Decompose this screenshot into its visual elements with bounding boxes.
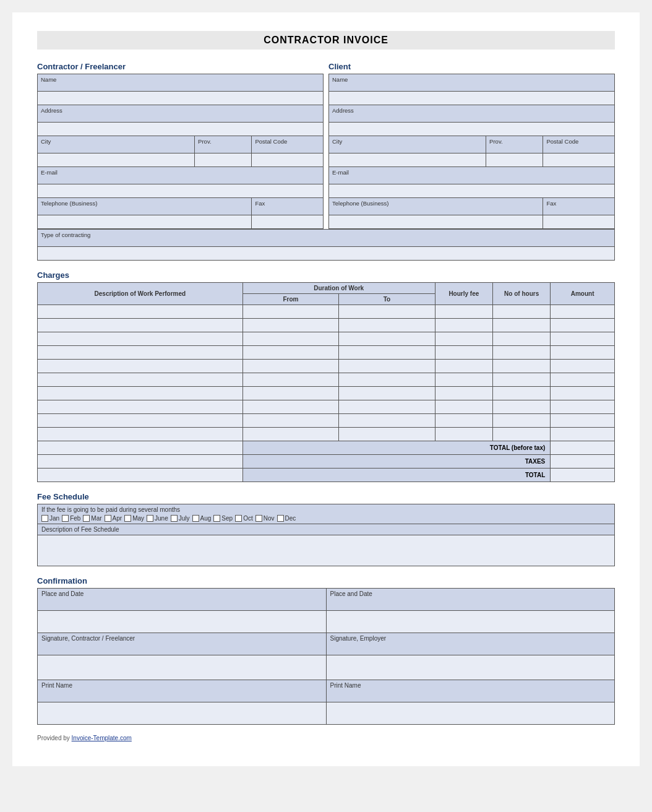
charges-amount-cell[interactable] (551, 373, 615, 387)
charges-hours-cell[interactable] (493, 400, 551, 414)
confirm-sig-employer-value[interactable] (326, 655, 615, 680)
month-checkbox[interactable] (62, 515, 69, 522)
charges-hourly-cell[interactable] (435, 428, 492, 441)
charges-from-cell[interactable] (242, 332, 338, 346)
charges-to-cell[interactable] (339, 346, 435, 360)
confirm-print-left-value[interactable] (38, 702, 327, 725)
taxes-value[interactable] (551, 455, 615, 469)
month-checkbox[interactable] (213, 515, 220, 522)
charges-hours-cell[interactable] (493, 360, 551, 373)
charges-amount-cell[interactable] (551, 414, 615, 428)
contractor-postal-value[interactable] (252, 153, 324, 167)
charges-hours-cell[interactable] (493, 428, 551, 441)
charges-from-cell[interactable] (242, 319, 338, 332)
contractor-fax-value[interactable] (252, 215, 324, 229)
contractor-city-value[interactable] (38, 153, 195, 167)
charges-to-cell[interactable] (339, 428, 435, 441)
charges-from-cell[interactable] (242, 360, 338, 373)
charges-desc-cell[interactable] (38, 346, 243, 360)
charges-amount-cell[interactable] (551, 387, 615, 400)
client-prov-value[interactable] (486, 153, 543, 167)
charges-desc-cell[interactable] (38, 373, 243, 387)
charges-amount-cell[interactable] (551, 360, 615, 373)
charges-to-cell[interactable] (339, 305, 435, 319)
month-checkbox[interactable] (235, 515, 242, 522)
charges-hours-cell[interactable] (493, 387, 551, 400)
charges-from-cell[interactable] (242, 346, 338, 360)
month-checkbox[interactable] (147, 515, 153, 522)
charges-to-cell[interactable] (339, 414, 435, 428)
charges-hours-cell[interactable] (493, 332, 551, 346)
charges-hourly-cell[interactable] (435, 387, 492, 400)
month-checkbox[interactable] (105, 515, 111, 522)
client-name-value[interactable] (329, 92, 615, 105)
charges-hours-cell[interactable] (493, 305, 551, 319)
total-before-tax-value[interactable] (551, 441, 615, 455)
charges-from-cell[interactable] (242, 373, 338, 387)
charges-desc-cell[interactable] (38, 428, 243, 441)
charges-hourly-cell[interactable] (435, 414, 492, 428)
charges-hourly-cell[interactable] (435, 373, 492, 387)
charges-from-cell[interactable] (242, 414, 338, 428)
charges-to-cell[interactable] (339, 319, 435, 332)
month-checkbox[interactable] (192, 515, 199, 522)
charges-hourly-cell[interactable] (435, 346, 492, 360)
client-city-value[interactable] (329, 153, 486, 167)
client-postal-value[interactable] (543, 153, 615, 167)
charges-hourly-cell[interactable] (435, 305, 492, 319)
charges-from-cell[interactable] (242, 387, 338, 400)
charges-amount-cell[interactable] (551, 400, 615, 414)
charges-to-cell[interactable] (339, 387, 435, 400)
grand-total-value[interactable] (551, 469, 615, 482)
charges-to-cell[interactable] (339, 332, 435, 346)
month-checkbox[interactable] (124, 515, 131, 522)
charges-hourly-cell[interactable] (435, 319, 492, 332)
charges-hourly-cell[interactable] (435, 400, 492, 414)
month-checkbox[interactable] (277, 515, 284, 522)
month-checkbox[interactable] (83, 515, 90, 522)
charges-to-cell[interactable] (339, 400, 435, 414)
confirm-place-date-left-value[interactable] (38, 611, 327, 633)
contractor-name-value[interactable] (38, 92, 324, 105)
charges-desc-cell[interactable] (38, 414, 243, 428)
client-phone-value[interactable] (329, 215, 543, 229)
charges-amount-cell[interactable] (551, 319, 615, 332)
charges-hours-cell[interactable] (493, 373, 551, 387)
charges-desc-cell[interactable] (38, 305, 243, 319)
charges-to-cell[interactable] (339, 373, 435, 387)
charges-from-cell[interactable] (242, 305, 338, 319)
charges-hours-cell[interactable] (493, 414, 551, 428)
confirm-sig-contractor-value[interactable] (38, 655, 327, 680)
charges-amount-cell[interactable] (551, 332, 615, 346)
client-address-value[interactable] (329, 123, 615, 136)
contractor-address-value[interactable] (38, 123, 324, 136)
month-checkbox[interactable] (41, 515, 48, 522)
charges-desc-cell[interactable] (38, 400, 243, 414)
charges-from-cell[interactable] (242, 400, 338, 414)
charges-desc-cell[interactable] (38, 387, 243, 400)
charges-to-cell[interactable] (339, 360, 435, 373)
charges-hours-cell[interactable] (493, 319, 551, 332)
confirm-print-right-value[interactable] (326, 702, 615, 725)
charges-from-cell[interactable] (242, 428, 338, 441)
client-email-value[interactable] (329, 184, 615, 198)
charges-amount-cell[interactable] (551, 428, 615, 441)
charges-hours-cell[interactable] (493, 346, 551, 360)
month-checkbox[interactable] (171, 515, 178, 522)
charges-amount-cell[interactable] (551, 346, 615, 360)
footer-link[interactable]: Invoice-Template.com (72, 735, 132, 741)
charges-desc-cell[interactable] (38, 360, 243, 373)
client-fax-value[interactable] (543, 215, 615, 229)
charges-amount-cell[interactable] (551, 305, 615, 319)
confirm-place-date-right-value[interactable] (326, 611, 615, 633)
contractor-email-value[interactable] (38, 184, 324, 198)
contractor-prov-value[interactable] (195, 153, 252, 167)
charges-hourly-cell[interactable] (435, 332, 492, 346)
fee-desc-value[interactable] (38, 535, 615, 566)
contractor-phone-value[interactable] (38, 215, 252, 229)
charges-desc-cell[interactable] (38, 332, 243, 346)
charges-desc-cell[interactable] (38, 319, 243, 332)
charges-hourly-cell[interactable] (435, 360, 492, 373)
month-checkbox[interactable] (255, 515, 262, 522)
type-contracting-value[interactable] (38, 247, 615, 261)
